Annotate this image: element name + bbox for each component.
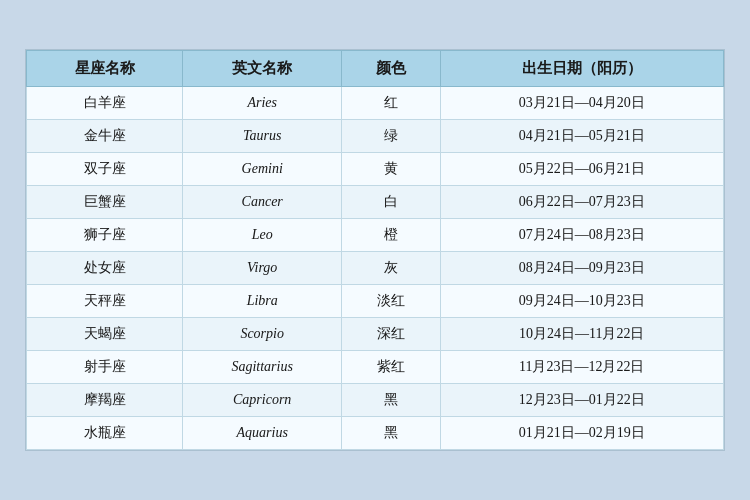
cell-chinese-name: 巨蟹座 [27, 186, 183, 219]
cell-chinese-name: 天蝎座 [27, 318, 183, 351]
cell-dates: 12月23日—01月22日 [440, 384, 723, 417]
cell-english-name: Libra [183, 285, 342, 318]
cell-english-name: Taurus [183, 120, 342, 153]
cell-chinese-name: 狮子座 [27, 219, 183, 252]
cell-english-name: Leo [183, 219, 342, 252]
cell-color: 深红 [342, 318, 440, 351]
cell-color: 紫红 [342, 351, 440, 384]
cell-chinese-name: 双子座 [27, 153, 183, 186]
cell-dates: 11月23日—12月22日 [440, 351, 723, 384]
table-row: 射手座Sagittarius紫红11月23日—12月22日 [27, 351, 724, 384]
zodiac-table-container: 星座名称 英文名称 颜色 出生日期（阳历） 白羊座Aries红03月21日—04… [25, 49, 725, 451]
cell-color: 黑 [342, 384, 440, 417]
cell-color: 灰 [342, 252, 440, 285]
cell-chinese-name: 金牛座 [27, 120, 183, 153]
cell-color: 黑 [342, 417, 440, 450]
table-header-row: 星座名称 英文名称 颜色 出生日期（阳历） [27, 51, 724, 87]
table-row: 狮子座Leo橙07月24日—08月23日 [27, 219, 724, 252]
cell-chinese-name: 射手座 [27, 351, 183, 384]
cell-chinese-name: 处女座 [27, 252, 183, 285]
cell-english-name: Scorpio [183, 318, 342, 351]
cell-color: 绿 [342, 120, 440, 153]
table-row: 水瓶座Aquarius黑01月21日—02月19日 [27, 417, 724, 450]
cell-color: 黄 [342, 153, 440, 186]
table-row: 天蝎座Scorpio深红10月24日—11月22日 [27, 318, 724, 351]
table-row: 双子座Gemini黄05月22日—06月21日 [27, 153, 724, 186]
cell-english-name: Aquarius [183, 417, 342, 450]
cell-english-name: Gemini [183, 153, 342, 186]
cell-dates: 03月21日—04月20日 [440, 87, 723, 120]
cell-dates: 04月21日—05月21日 [440, 120, 723, 153]
cell-english-name: Cancer [183, 186, 342, 219]
table-row: 处女座Virgo灰08月24日—09月23日 [27, 252, 724, 285]
cell-chinese-name: 水瓶座 [27, 417, 183, 450]
cell-english-name: Aries [183, 87, 342, 120]
cell-english-name: Sagittarius [183, 351, 342, 384]
header-chinese-name: 星座名称 [27, 51, 183, 87]
table-body: 白羊座Aries红03月21日—04月20日金牛座Taurus绿04月21日—0… [27, 87, 724, 450]
table-row: 白羊座Aries红03月21日—04月20日 [27, 87, 724, 120]
table-row: 金牛座Taurus绿04月21日—05月21日 [27, 120, 724, 153]
header-dates: 出生日期（阳历） [440, 51, 723, 87]
table-row: 巨蟹座Cancer白06月22日—07月23日 [27, 186, 724, 219]
cell-dates: 09月24日—10月23日 [440, 285, 723, 318]
cell-chinese-name: 白羊座 [27, 87, 183, 120]
cell-dates: 05月22日—06月21日 [440, 153, 723, 186]
cell-dates: 06月22日—07月23日 [440, 186, 723, 219]
cell-dates: 10月24日—11月22日 [440, 318, 723, 351]
cell-chinese-name: 天秤座 [27, 285, 183, 318]
cell-chinese-name: 摩羯座 [27, 384, 183, 417]
table-row: 摩羯座Capricorn黑12月23日—01月22日 [27, 384, 724, 417]
cell-english-name: Virgo [183, 252, 342, 285]
zodiac-table: 星座名称 英文名称 颜色 出生日期（阳历） 白羊座Aries红03月21日—04… [26, 50, 724, 450]
header-color: 颜色 [342, 51, 440, 87]
cell-color: 淡红 [342, 285, 440, 318]
cell-color: 白 [342, 186, 440, 219]
cell-english-name: Capricorn [183, 384, 342, 417]
cell-color: 橙 [342, 219, 440, 252]
header-english-name: 英文名称 [183, 51, 342, 87]
table-row: 天秤座Libra淡红09月24日—10月23日 [27, 285, 724, 318]
cell-dates: 08月24日—09月23日 [440, 252, 723, 285]
cell-color: 红 [342, 87, 440, 120]
cell-dates: 01月21日—02月19日 [440, 417, 723, 450]
cell-dates: 07月24日—08月23日 [440, 219, 723, 252]
